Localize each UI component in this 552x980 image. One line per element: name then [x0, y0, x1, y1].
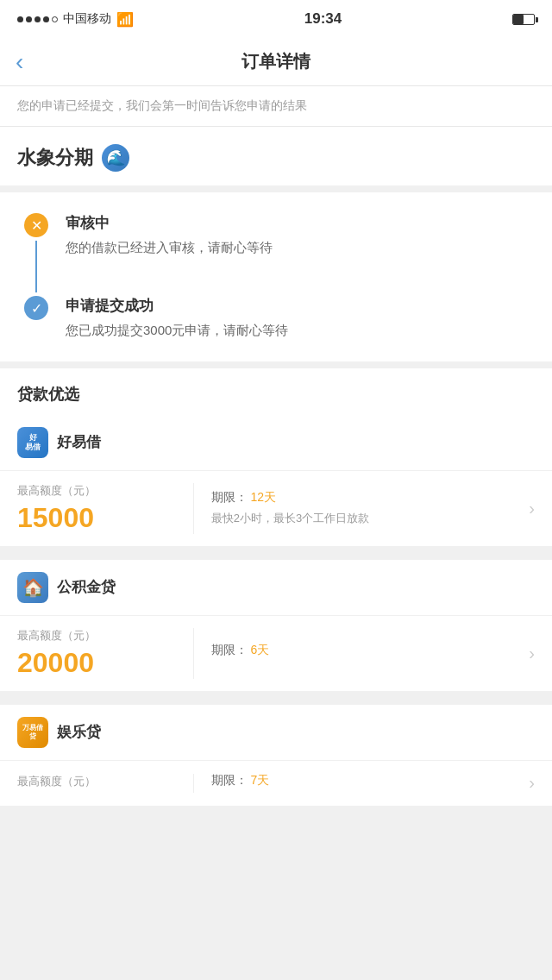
brand-section: 水象分期 🌊: [0, 127, 552, 192]
loan-details-2: 期限： 6天: [211, 643, 530, 663]
loan-logo-gongjijin: 🏠: [17, 572, 48, 603]
brand-icon: 🌊: [102, 144, 129, 172]
loan-card-body-2: 最高额度（元） 20000 期限： 6天 ›: [0, 616, 552, 691]
loan-right-1: 期限： 12天 最快2小时，最长3个工作日放款 ›: [194, 490, 535, 526]
loan-left-3: 最高额度（元）: [17, 774, 194, 793]
signal-dots: [17, 16, 58, 22]
page-title: 订单详情: [242, 50, 310, 73]
timeline-desc-1: 您的借款已经进入审核，请耐心等待: [66, 238, 528, 258]
chevron-right-icon-1: ›: [529, 499, 535, 518]
loan-amount-label-2: 最高额度（元）: [17, 628, 179, 644]
notice-text: 您的申请已经提交，我们会第一时间告诉您申请的结果: [17, 98, 307, 112]
dot2: [26, 16, 32, 22]
timeline-vline: [35, 241, 37, 292]
timeline-circle-orange: ✕: [24, 213, 48, 237]
loan-right-2: 期限： 6天 ›: [194, 643, 535, 663]
timeline-section: ✕ 审核中 您的借款已经进入审核，请耐心等待 ✓ 申请提交成功 您已成功提交30…: [0, 192, 552, 368]
dot3: [34, 16, 41, 22]
brand-emoji: 🌊: [106, 148, 125, 167]
loan-amount-1: 15000: [17, 502, 179, 534]
status-right: [512, 14, 535, 25]
loan-note-1: 最快2小时，最长3个工作日放款: [211, 511, 530, 526]
loan-left-1: 最高额度（元） 15000: [17, 483, 194, 534]
battery-icon: [512, 14, 535, 25]
timeline-desc-2: 您已成功提交3000元申请，请耐心等待: [66, 321, 528, 341]
loan-card-header-1: 好易借 好易借: [0, 415, 552, 471]
dot4: [43, 16, 49, 22]
loan-card-body-3: 最高额度（元） 期限： 7天 ›: [0, 761, 552, 806]
loan-right-3: 期限： 7天 ›: [194, 773, 535, 794]
timeline-line-1: ✕: [24, 213, 48, 296]
back-button[interactable]: ‹: [16, 48, 23, 76]
notice-bar: 您的申请已经提交，我们会第一时间告诉您申请的结果: [0, 86, 552, 127]
loan-card-body-1: 最高额度（元） 15000 期限： 12天 最快2小时，最长3个工作日放款 ›: [0, 471, 552, 546]
dot5: [52, 16, 58, 22]
timeline-circle-blue: ✓: [24, 296, 48, 320]
timeline-title-2: 申请提交成功: [66, 296, 528, 316]
divider-2: [0, 698, 552, 705]
timeline-item-submitted: ✓ 申请提交成功 您已成功提交3000元申请，请耐心等待: [24, 296, 528, 341]
timeline-content-2: 申请提交成功 您已成功提交3000元申请，请耐心等待: [66, 296, 528, 341]
loan-logo-haoyijie: 好易借: [17, 427, 48, 458]
loan-details-3: 期限： 7天: [211, 773, 530, 794]
timeline-line-2: ✓: [24, 296, 48, 341]
loan-period-1: 期限： 12天: [211, 490, 530, 506]
loan-section-title: 贷款优选: [17, 386, 79, 403]
timeline-content-1: 审核中 您的借款已经进入审核，请耐心等待: [66, 213, 528, 296]
chevron-right-icon-3: ›: [529, 773, 535, 793]
carrier-label: 中国移动: [63, 11, 111, 27]
loan-period-3: 期限： 7天: [211, 773, 530, 788]
loan-amount-2: 20000: [17, 647, 179, 679]
loan-card-haoyijie[interactable]: 好易借 好易借 最高额度（元） 15000 期限： 12天 最快2小时，最长3个…: [0, 415, 552, 546]
loan-card-header-2: 🏠 公积金贷: [0, 560, 552, 616]
loan-section-header: 贷款优选: [0, 368, 552, 415]
battery-fill: [513, 15, 524, 24]
loan-amount-label-1: 最高额度（元）: [17, 483, 179, 499]
wifi-icon: 📶: [116, 11, 134, 28]
loan-name-gongjijin: 公积金贷: [57, 577, 116, 597]
divider-1: [0, 553, 552, 560]
loan-card-yule[interactable]: 万易借贷 娱乐贷 最高额度（元） 期限： 7天 ›: [0, 705, 552, 806]
loan-details-1: 期限： 12天 最快2小时，最长3个工作日放款: [211, 490, 530, 526]
loan-card-gongjijin[interactable]: 🏠 公积金贷 最高额度（元） 20000 期限： 6天 ›: [0, 560, 552, 691]
loan-card-header-3: 万易借贷 娱乐贷: [0, 705, 552, 761]
nav-bar: ‹ 订单详情: [0, 38, 552, 86]
loan-left-2: 最高额度（元） 20000: [17, 628, 194, 679]
loan-name-yule: 娱乐贷: [57, 722, 101, 742]
dot1: [17, 16, 23, 22]
status-bar: 中国移动 📶 19:34: [0, 0, 552, 38]
status-time: 19:34: [304, 10, 342, 28]
loan-name-haoyijie: 好易借: [57, 432, 101, 452]
timeline-item-reviewing: ✕ 审核中 您的借款已经进入审核，请耐心等待: [24, 213, 528, 296]
brand-name: 水象分期: [17, 145, 93, 171]
status-left: 中国移动 📶: [17, 11, 134, 28]
chevron-right-icon-2: ›: [529, 644, 535, 663]
loan-amount-label-3: 最高额度（元）: [17, 774, 179, 789]
timeline-title-1: 审核中: [66, 213, 528, 233]
loan-logo-yule: 万易借贷: [17, 717, 48, 748]
loan-period-2: 期限： 6天: [211, 643, 530, 658]
